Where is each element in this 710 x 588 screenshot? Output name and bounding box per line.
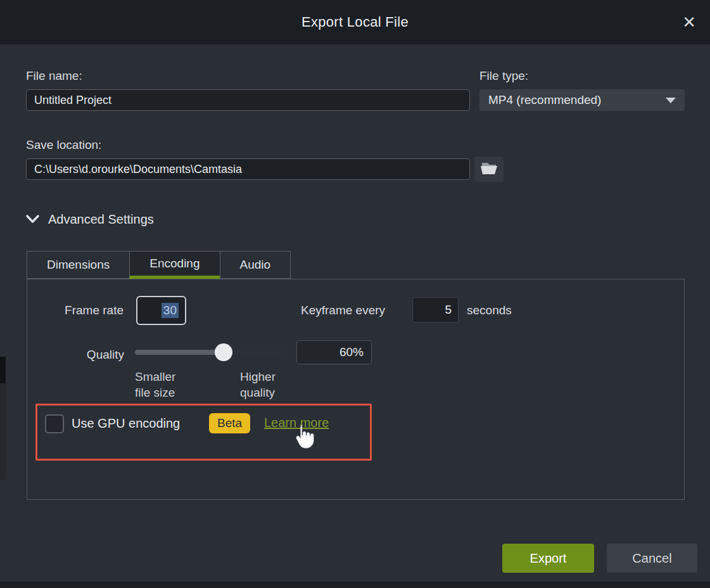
advanced-settings-label: Advanced Settings [48, 212, 154, 227]
file-type-dropdown[interactable]: MP4 (recommended) [479, 89, 685, 111]
screen-edge-artifact [0, 357, 6, 480]
export-button[interactable]: Export [502, 544, 594, 573]
tab-audio-label: Audio [240, 258, 271, 272]
cancel-button[interactable]: Cancel [607, 544, 697, 573]
file-name-label: File name: [26, 69, 82, 83]
tab-dimensions-label: Dimensions [47, 258, 110, 272]
quality-slider-thumb[interactable] [215, 343, 232, 361]
file-type-label: File type: [479, 69, 528, 83]
beta-badge: Beta [209, 413, 250, 433]
file-name-input[interactable] [26, 89, 470, 111]
tab-dimensions[interactable]: Dimensions [27, 251, 130, 279]
folder-icon [479, 159, 499, 179]
tab-audio[interactable]: Audio [220, 251, 291, 279]
quality-value-input[interactable] [296, 340, 372, 364]
bottom-edge-strip [0, 582, 710, 588]
frame-rate-value: 30 [162, 303, 179, 318]
keyframe-input[interactable] [412, 297, 459, 323]
quality-min-label: Smaller file size [135, 369, 191, 400]
quality-slider[interactable] [135, 350, 288, 355]
gpu-highlight-box [35, 404, 372, 461]
export-dialog: Export Local File ✕ File name: File type… [0, 0, 710, 588]
chevron-down-icon [26, 214, 39, 226]
save-location-label: Save location: [26, 138, 101, 152]
screen-edge-artifact-dark [0, 357, 6, 383]
frame-rate-input[interactable]: 30 [136, 296, 186, 325]
advanced-settings-toggle[interactable]: Advanced Settings [26, 212, 154, 227]
tab-encoding-label: Encoding [149, 257, 200, 271]
tab-encoding[interactable]: Encoding [129, 251, 220, 279]
chevron-down-icon [666, 98, 676, 103]
gpu-encoding-checkbox[interactable] [45, 414, 64, 433]
dialog-titlebar: Export Local File ✕ [0, 0, 710, 44]
keyframe-unit-label: seconds [467, 304, 512, 317]
dialog-title: Export Local File [301, 14, 409, 30]
keyframe-label: Keyframe every [301, 304, 385, 317]
browse-folder-button[interactable] [474, 157, 504, 182]
frame-rate-label: Frame rate [27, 304, 124, 317]
advanced-settings-tabs: Dimensions Encoding Audio [27, 251, 291, 279]
quality-max-label: Higher quality [240, 369, 291, 400]
file-type-value: MP4 (recommended) [488, 93, 601, 107]
quality-label: Quality [27, 348, 124, 362]
quality-slider-fill [135, 350, 224, 355]
learn-more-link[interactable]: Learn more [264, 416, 329, 430]
close-icon[interactable]: ✕ [682, 14, 696, 30]
encoding-panel: Frame rate 30 Keyframe every seconds Qua… [27, 279, 685, 500]
save-location-input[interactable] [26, 158, 470, 180]
gpu-encoding-label: Use GPU encoding [72, 416, 180, 431]
